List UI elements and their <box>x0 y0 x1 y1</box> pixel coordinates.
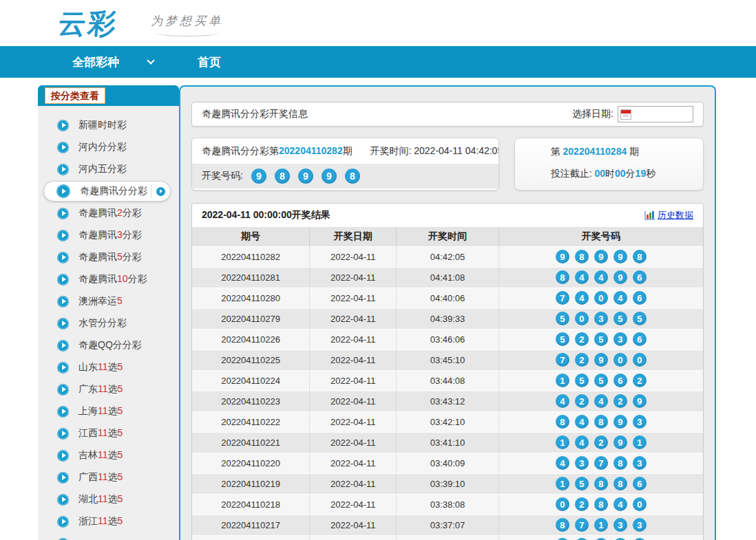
table-row: 2022041102212022-04-1103:41:1014291 <box>192 432 703 453</box>
sidebar-item[interactable]: 浙江11选5 <box>38 510 179 532</box>
results-tbody: 2022041102822022-04-1104:42:059899820220… <box>192 246 703 540</box>
time-cell: 03:45:10 <box>397 349 498 370</box>
lottery-ball: 4 <box>575 291 589 305</box>
date-cell: 2022-04-11 <box>310 288 397 308</box>
date-cell: 2022-04-11 <box>310 411 397 432</box>
main-panel: 奇趣腾讯分分彩开奖信息 选择日期: 奇趣腾讯分分彩第202204110282期 … <box>179 85 716 540</box>
current-draw-card: 奇趣腾讯分分彩第202204110282期 开奖时间: 2022-04-11 0… <box>191 138 499 191</box>
lottery-ball: 1 <box>556 374 569 387</box>
play-icon <box>57 120 69 131</box>
results-title: 2022-04-11 00:00:00开奖结果 <box>202 209 330 222</box>
date-cell <box>310 535 397 540</box>
lottery-ball: 9 <box>613 270 627 284</box>
sidebar-item-label: 奇趣腾讯3分彩 <box>78 229 142 241</box>
table-row <box>192 535 703 540</box>
sidebar-item[interactable]: 湖北11选5 <box>38 488 179 510</box>
results-table: 期号开奖日期开奖时间开奖号码 2022041102822022-04-1104:… <box>192 227 703 540</box>
nav-item-home[interactable]: 首页 <box>198 54 221 70</box>
sidebar-item[interactable]: 奇趣QQ分分彩 <box>38 334 179 356</box>
date-picker-area: 选择日期: <box>572 106 693 122</box>
chevron-right-icon[interactable] <box>156 187 165 196</box>
sidebar-item[interactable] <box>38 532 179 540</box>
sidebar-item-label: 上海11选5 <box>78 405 123 418</box>
sidebar-item[interactable]: 澳洲幸运5 <box>38 290 179 312</box>
lottery-ball: 9 <box>633 394 647 408</box>
sidebar-item[interactable]: 江西11选5 <box>38 422 179 444</box>
sidebar-item[interactable]: 广西11选5 <box>38 466 179 488</box>
sidebar-item[interactable]: 奇趣腾讯2分彩 <box>38 202 179 224</box>
table-row: 2022041102802022-04-1104:40:0674046 <box>192 288 703 308</box>
sidebar-item[interactable]: 广东11选5 <box>38 378 179 400</box>
sidebar-item[interactable]: 吉林11选5 <box>38 444 179 466</box>
bar-chart-icon <box>644 211 655 220</box>
time-cell: 04:41:08 <box>397 267 498 288</box>
sidebar-item[interactable]: 奇趣腾讯分分彩 <box>43 181 171 202</box>
lottery-ball: 2 <box>575 353 589 367</box>
active-item-extra <box>151 184 165 198</box>
sidebar-item-label: 奇趣腾讯2分彩 <box>78 207 142 219</box>
sidebar-item[interactable]: 上海11选5 <box>38 400 179 422</box>
numbers-cell: 15886 <box>498 473 703 494</box>
draw-time-label: 开奖时间: <box>370 145 414 156</box>
time-cell: 04:42:05 <box>397 246 498 267</box>
deadline-hours-unit: 时 <box>605 168 615 179</box>
date-cell: 2022-04-11 <box>310 453 397 473</box>
table-row: 2022041102822022-04-1104:42:0598998 <box>192 246 703 267</box>
deadline-seconds: 19 <box>636 168 647 179</box>
sidebar-item[interactable]: 水管分分彩 <box>38 312 179 334</box>
table-row: 2022041102812022-04-1104:41:0884496 <box>192 267 703 288</box>
deadline-minutes-unit: 分 <box>626 168 636 179</box>
play-icon <box>56 184 70 198</box>
deadline-hours: 00 <box>594 168 605 179</box>
issue-cell: 202204110281 <box>192 267 310 288</box>
sidebar-item[interactable]: 奇趣腾讯3分彩 <box>38 224 179 246</box>
lottery-ball: 3 <box>613 332 627 346</box>
date-input[interactable] <box>631 109 691 119</box>
play-icon <box>57 516 69 528</box>
current-draw-issue: 202204110282 <box>279 145 343 156</box>
date-input-box[interactable] <box>618 106 693 122</box>
lottery-ball: 9 <box>594 353 608 367</box>
table-row: 2022041102252022-04-1103:45:1072900 <box>192 349 703 370</box>
sidebar-item[interactable]: 新疆时时彩 <box>38 114 179 136</box>
lottery-ball: 5 <box>556 312 569 325</box>
lottery-ball: 6 <box>633 477 647 490</box>
play-icon <box>57 230 69 241</box>
play-icon <box>57 494 69 506</box>
lottery-ball: 0 <box>575 312 589 325</box>
sidebar-item[interactable]: 奇趣腾讯10分彩 <box>38 268 179 290</box>
sidebar-item-label: 水管分分彩 <box>78 317 127 330</box>
results-card: 2022-04-11 00:00:00开奖结果 历史数据 期号开奖日期开奖时间开… <box>191 203 704 540</box>
calendar-icon[interactable] <box>620 109 631 120</box>
draw-name-suffix: 期 <box>343 145 353 156</box>
sidebar-item-label: 湖北11选5 <box>78 493 123 506</box>
numbers-cell <box>498 535 703 540</box>
time-cell: 03:42:10 <box>397 411 498 432</box>
numbers-cell: 43783 <box>498 453 703 473</box>
lottery-ball: 4 <box>594 270 608 284</box>
sidebar-menu: 新疆时时彩河内分分彩河内五分彩奇趣腾讯分分彩奇趣腾讯2分彩奇趣腾讯3分彩奇趣腾讯… <box>38 106 179 540</box>
play-icon <box>57 208 69 219</box>
current-draw-numbers: 开奖号码: 98998 <box>192 164 498 188</box>
sidebar-item[interactable]: 山东11选5 <box>38 356 179 378</box>
lottery-ball: 5 <box>633 312 647 325</box>
history-link-wrap[interactable]: 历史数据 <box>644 209 693 222</box>
issue-cell: 202204110282 <box>192 246 310 267</box>
history-link[interactable]: 历史数据 <box>658 209 693 222</box>
time-cell: 04:39:33 <box>397 308 498 329</box>
time-cell: 03:43:12 <box>397 391 498 411</box>
nav-item-all-lotteries[interactable]: 全部彩种 <box>72 54 154 70</box>
lottery-ball: 1 <box>556 435 569 449</box>
sidebar-item[interactable]: 奇趣腾讯5分彩 <box>38 246 179 268</box>
next-issue-suffix: 期 <box>627 146 639 157</box>
sidebar-item-label: 河内五分彩 <box>78 163 127 175</box>
sidebar-item[interactable]: 河内五分彩 <box>38 158 179 180</box>
time-cell: 03:39:10 <box>397 473 498 494</box>
date-cell: 2022-04-11 <box>310 473 397 494</box>
lottery-ball: 1 <box>556 477 569 490</box>
lottery-ball: 7 <box>556 353 569 367</box>
chevron-down-icon <box>147 56 154 64</box>
sidebar-item[interactable]: 河内分分彩 <box>38 136 179 158</box>
tagline-wrap: 为梦想买单 <box>151 13 223 36</box>
lottery-ball: 4 <box>613 497 627 511</box>
